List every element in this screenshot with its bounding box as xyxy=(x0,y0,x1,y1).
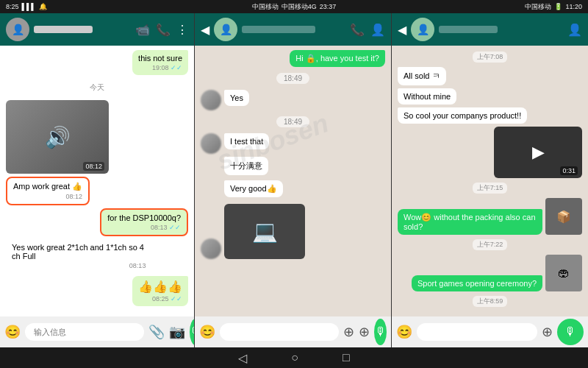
left-header-icons: 📹 📞 ⋮ xyxy=(135,23,188,37)
person-icon-middle[interactable]: 👤 xyxy=(370,23,385,37)
msg-mid-yes: Yes xyxy=(224,90,249,106)
emoji-icon-middle[interactable]: 😊 xyxy=(199,324,215,340)
msg-left-emoji: 👍👍👍 08:25 ✓✓ xyxy=(132,276,188,306)
mic-button-right[interactable]: 🎙 xyxy=(557,319,584,345)
panel-left: 👤 📹 📞 ⋮ this not sure 19:08 ✓✓ xyxy=(0,13,195,347)
home-nav-button[interactable]: ○ xyxy=(291,351,298,364)
phone-icon-middle[interactable]: 📞 xyxy=(350,23,365,37)
msg-left-amp: Amp work great 👍 08:12 xyxy=(6,177,90,205)
msg-text: for the DSP10000q? xyxy=(107,213,181,222)
msg-time: 08:12 xyxy=(13,193,82,200)
more-icon[interactable]: ⋮ xyxy=(176,23,188,37)
mic-button-middle[interactable]: 🎙 xyxy=(374,319,387,345)
right-header-info xyxy=(439,24,563,35)
left-chat-area: this not sure 19:08 ✓✓ 今天 🔊 08:12 Amp wo… xyxy=(0,46,194,316)
left-input[interactable] xyxy=(25,323,144,341)
left-header-info xyxy=(34,24,131,35)
msg-mid-itest: I test that xyxy=(224,133,269,149)
tick-icon: ✓✓ xyxy=(169,224,181,231)
video-thumb[interactable]: ▶ 0:31 xyxy=(494,127,582,178)
middle-input[interactable] xyxy=(220,323,339,341)
msg-text: Yes work great 2*1ch and 1*1ch so 4 ch F… xyxy=(12,243,144,261)
msg-time: 08:13 xyxy=(12,262,146,269)
mid-avatar-1 xyxy=(201,90,221,110)
mic-button-left[interactable]: 🎙 xyxy=(190,319,195,345)
status-bar-right: 中国移动 🔋 11:20 xyxy=(390,2,582,12)
msg-text: So cool your companys product!! xyxy=(404,111,521,120)
right-avatar: 👤 xyxy=(411,18,434,41)
time-small-3: 上午7:22 xyxy=(473,239,508,250)
right-img-2: 🏟 xyxy=(545,255,582,291)
back-button-right[interactable]: ◀ xyxy=(398,23,406,37)
left-header: 👤 📹 📞 ⋮ xyxy=(0,13,194,46)
extra-icon-middle[interactable]: ⊕ xyxy=(359,324,370,340)
tick-icon: ✓✓ xyxy=(171,64,182,71)
msg-text: 十分满意 xyxy=(230,161,262,170)
phone-call-icon[interactable]: 📞 xyxy=(156,23,171,37)
recents-nav-button[interactable]: □ xyxy=(343,351,350,364)
img-time: 08:12 xyxy=(83,162,104,171)
left-contact-name xyxy=(34,24,131,35)
tick-icon: ✓✓ xyxy=(171,295,182,302)
signal-left: ▌▌▌ xyxy=(22,3,36,10)
msg-right-socool: So cool your companys product!! xyxy=(398,107,527,124)
time-right: 11:20 xyxy=(565,3,582,10)
msg-mid-shifen-wrap: 十分满意 xyxy=(201,157,385,177)
emoji-icon-left[interactable]: 😊 xyxy=(4,324,21,340)
right-contact-name xyxy=(439,24,563,35)
middle-input-bar: 😊 ⊕ ⊕ 🎙 xyxy=(195,316,391,347)
middle-chat-area: sinbosen Hi 🔒, have you test it? 18:49 Y… xyxy=(195,46,391,316)
time-small-1: 上午7:08 xyxy=(473,52,508,63)
right-img-1: 📦 xyxy=(545,198,582,235)
msg-mid-itest-wrap: I test that xyxy=(201,133,385,154)
msg-left-dsp: for the DSP10000q? 08:13 ✓✓ xyxy=(100,208,188,236)
msg-mid-hi: Hi 🔒, have you test it? xyxy=(290,50,385,67)
msg-right-sport: Sport games opening ceremony? xyxy=(412,275,542,291)
msg-right-wow: Wow😊 without the packing also can sold? xyxy=(398,209,542,235)
status-bar-center: 中国移动 中国移动4G 23:37 xyxy=(198,2,390,12)
msg-mid-yes-wrap: Yes xyxy=(201,90,385,110)
msg-time: 19:08 ✓✓ xyxy=(138,64,182,71)
msg-time: 08:25 ✓✓ xyxy=(138,295,182,302)
right-input-bar: 😊 ⊕ 🎙 xyxy=(392,316,588,347)
msg-mid-laptop-wrap: 💻 xyxy=(201,204,385,259)
camera-icon-left[interactable]: 📷 xyxy=(169,324,185,340)
date-divider: 今天 xyxy=(82,81,112,94)
carrier-right: 中国移动 xyxy=(525,2,551,12)
middle-contact-name xyxy=(242,24,345,35)
battery-right: 🔋 xyxy=(554,3,562,10)
attach-icon-middle[interactable]: ⊕ xyxy=(343,324,354,340)
middle-header: ◀ 👤 📞 👤 xyxy=(195,13,391,46)
left-avatar: 👤 xyxy=(6,18,29,41)
attach-icon-left[interactable]: 📎 xyxy=(148,324,165,340)
emoji-icon-right[interactable]: 😊 xyxy=(396,324,412,340)
right-header-icons: 👤 xyxy=(567,23,582,37)
msg-mid-shifen: 十分满意 xyxy=(224,157,268,175)
panel-middle: ◀ 👤 📞 👤 sinbosen Hi 🔒, have you test it?… xyxy=(195,13,392,347)
mid-avatar-5 xyxy=(201,238,221,259)
person-icon-right[interactable]: 👤 xyxy=(567,23,582,37)
msg-right-allsold: All sold ㅋ xyxy=(398,67,446,85)
back-button-middle[interactable]: ◀ xyxy=(201,23,209,37)
time-small-4: 上午8:59 xyxy=(473,296,508,307)
msg-text: Yes xyxy=(230,93,243,102)
navigation-bar: ◁ ○ □ xyxy=(0,347,588,368)
back-nav-button[interactable]: ◁ xyxy=(238,351,247,365)
attach-icon-right[interactable]: ⊕ xyxy=(542,324,553,340)
status-bar: 8:25 ▌▌▌ 🔔 中国移动 中国移动4G 23:37 中国移动 🔋 11:2… xyxy=(0,0,588,13)
wifi-left: 🔔 xyxy=(39,3,47,10)
msg-time: 08:13 ✓✓ xyxy=(107,224,181,231)
network-center: 中国移动4G xyxy=(282,2,317,12)
video-call-icon[interactable]: 📹 xyxy=(135,23,150,37)
status-bar-left: 8:25 ▌▌▌ 🔔 xyxy=(6,3,198,10)
msg-left-1: this not sure 19:08 ✓✓ xyxy=(132,50,188,75)
middle-header-info xyxy=(242,24,345,35)
right-input[interactable] xyxy=(417,323,537,341)
time-label-1849a: 18:49 xyxy=(276,73,309,84)
video-message-right: ▶ 0:31 xyxy=(494,127,582,178)
time-label-1849b: 18:49 xyxy=(276,116,309,127)
carrier-center: 中国移动 xyxy=(252,2,279,12)
left-input-bar: 😊 📎 📷 🎙 xyxy=(0,316,194,347)
mid-avatar-2 xyxy=(201,133,221,154)
time-left: 8:25 xyxy=(6,3,19,10)
